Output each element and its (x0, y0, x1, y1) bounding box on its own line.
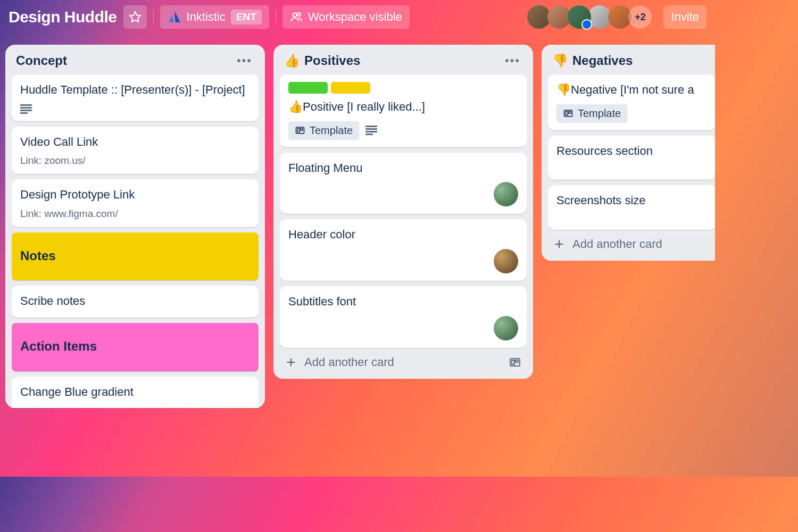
svg-rect-3 (20, 104, 32, 106)
invite-button[interactable]: Invite (663, 5, 706, 29)
card[interactable]: Design Prototype Link Link: www.figma.co… (12, 179, 259, 227)
svg-rect-17 (512, 360, 514, 364)
card-title: 👎Negative [I'm not sure a (556, 82, 708, 98)
card[interactable]: Change Blue gradient (12, 377, 259, 409)
label-green[interactable] (288, 82, 328, 94)
thumbs-up-icon: 👍 (284, 53, 300, 68)
label-yellow[interactable] (331, 82, 370, 94)
template-badge: Template (288, 121, 359, 140)
list-title[interactable]: 👎 Negatives (552, 53, 633, 68)
list-menu-button[interactable]: ••• (503, 54, 522, 68)
board-canvas: Concept ••• Huddle Template :: [Presente… (0, 34, 715, 477)
card[interactable]: 👎Negative [I'm not sure a Template (548, 74, 715, 130)
star-button[interactable] (123, 5, 147, 29)
list-title[interactable]: 👍 Positives (284, 53, 360, 68)
card-subtext: Link: www.figma.com/ (20, 208, 250, 220)
card-title: Notes (20, 240, 250, 272)
card-title: Header color (288, 227, 518, 243)
org-badge: ENT (231, 10, 262, 24)
list-concept: Concept ••• Huddle Template :: [Presente… (5, 45, 265, 408)
avatar-overflow[interactable]: +2 (628, 5, 652, 29)
list-positives: 👍 Positives ••• 👍Positive [I really like… (273, 45, 533, 379)
card[interactable]: Video Call Link Link: zoom.us/ (12, 127, 259, 174)
list-negatives: 👎 Negatives 👎Negative [I'm not sure a Te… (542, 45, 715, 261)
card-title: 👍Positive [I really liked...] (288, 99, 518, 115)
list-title[interactable]: Concept (16, 53, 67, 68)
card-title: Change Blue gradient (20, 384, 250, 400)
member-avatars[interactable]: +2 (530, 5, 652, 29)
add-card-button[interactable]: Add another card (548, 230, 715, 254)
visibility-label: Workspace visible (308, 10, 402, 24)
svg-rect-13 (365, 134, 373, 135)
card[interactable]: Notes (12, 232, 259, 280)
member-avatar[interactable] (494, 182, 518, 206)
divider (153, 10, 154, 24)
plus-icon (285, 356, 297, 368)
card-title: Video Call Link (20, 134, 250, 150)
add-card-label: Add another card (304, 355, 394, 369)
card[interactable]: Action Items (12, 323, 259, 371)
add-card-button[interactable]: Add another card (280, 348, 527, 372)
card[interactable]: Screenshots size (548, 185, 715, 230)
board-title[interactable]: Design Huddle (9, 8, 117, 26)
add-card-label: Add another card (572, 237, 662, 251)
atlassian-icon (168, 10, 181, 24)
people-icon (290, 11, 303, 23)
card-title: Action Items (20, 330, 250, 362)
star-icon (129, 11, 142, 23)
svg-rect-10 (365, 126, 377, 127)
member-avatar[interactable] (494, 249, 518, 273)
card-title: Floating Menu (288, 160, 518, 176)
create-from-template-button[interactable] (509, 356, 521, 369)
card[interactable]: Huddle Template :: [Presenter(s)] - [Pro… (12, 74, 259, 121)
card[interactable]: Resources section (548, 136, 715, 180)
svg-rect-11 (365, 128, 377, 130)
template-badge: Template (556, 104, 627, 123)
svg-rect-5 (20, 110, 32, 111)
svg-point-1 (293, 13, 296, 17)
svg-rect-20 (566, 112, 568, 115)
card-title: Scribe notes (20, 293, 250, 309)
card[interactable]: Subtitles font (280, 286, 527, 348)
svg-rect-9 (301, 129, 303, 130)
svg-rect-12 (365, 131, 377, 132)
card[interactable]: 👍Positive [I really liked...] Template (280, 74, 527, 147)
svg-marker-0 (130, 12, 140, 22)
template-icon (509, 356, 521, 369)
card-title: Huddle Template :: [Presenter(s)] - [Pro… (20, 82, 250, 98)
thumbs-down-icon: 👎 (552, 53, 568, 68)
card-labels (288, 82, 518, 94)
card[interactable]: Floating Menu (280, 153, 527, 214)
svg-point-2 (297, 13, 301, 16)
card[interactable]: Scribe notes (12, 286, 259, 318)
member-avatar[interactable] (494, 316, 518, 340)
divider (276, 10, 276, 24)
svg-rect-6 (20, 112, 28, 114)
svg-rect-18 (516, 360, 518, 362)
org-button[interactable]: Inktistic ENT (160, 5, 269, 29)
template-icon (295, 125, 305, 136)
visibility-button[interactable]: Workspace visible (282, 5, 410, 29)
svg-rect-8 (297, 129, 300, 132)
avatar[interactable] (568, 5, 591, 29)
list-menu-button[interactable]: ••• (235, 54, 254, 68)
template-icon (563, 108, 573, 119)
invite-label: Invite (671, 10, 699, 24)
card-title: Subtitles font (288, 294, 518, 310)
description-icon (365, 126, 377, 135)
card-title: Resources section (556, 143, 708, 159)
svg-rect-21 (569, 112, 571, 113)
plus-icon (553, 238, 565, 250)
card-subtext: Link: zoom.us/ (20, 155, 250, 167)
card-title: Screenshots size (556, 193, 708, 209)
card-title: Design Prototype Link (20, 187, 250, 203)
card[interactable]: Header color (280, 219, 527, 281)
description-icon (20, 104, 32, 114)
board-header: Design Huddle Inktistic ENT Workspace vi… (0, 0, 715, 34)
svg-rect-4 (20, 107, 32, 109)
org-name: Inktistic (187, 10, 226, 24)
